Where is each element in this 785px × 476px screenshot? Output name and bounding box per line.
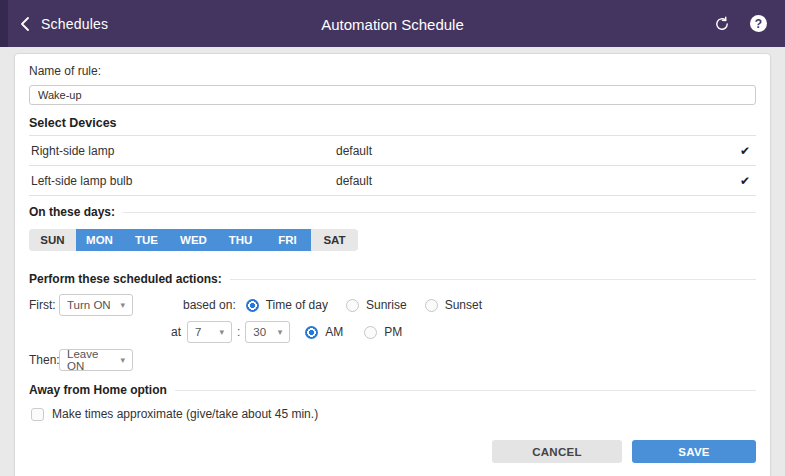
day-selector: SUN MON TUE WED THU FRI SAT	[29, 229, 358, 251]
back-button[interactable]: Schedules	[20, 16, 108, 32]
check-icon: ✔	[740, 144, 750, 158]
device-list: Right-side lamp default ✔ Left-side lamp…	[29, 135, 756, 196]
refresh-icon[interactable]	[714, 16, 730, 32]
radio-label: Sunrise	[366, 298, 407, 312]
device-row-right-side-lamp[interactable]: Right-side lamp default ✔	[29, 135, 756, 165]
page-title: Automation Schedule	[321, 15, 464, 32]
radio-label: PM	[384, 325, 402, 339]
device-group: default	[336, 144, 740, 158]
header-actions: ?	[714, 0, 767, 47]
radio-label: AM	[325, 325, 343, 339]
away-from-home-header: Away from Home option	[29, 383, 756, 397]
schedule-form-card: Name of rule: Select Devices Right-side …	[14, 53, 771, 476]
header-edge-strip	[0, 0, 8, 47]
day-button-thu[interactable]: THU	[217, 229, 264, 251]
radio-am[interactable]: AM	[305, 325, 343, 339]
then-action-select[interactable]: Leave ON ▾	[59, 349, 133, 371]
on-these-days-label: On these days:	[29, 205, 115, 219]
radio-pm[interactable]: PM	[364, 325, 402, 339]
name-of-rule-label: Name of rule:	[29, 64, 756, 78]
save-button[interactable]: SAVE	[632, 440, 756, 463]
time-separator: :	[237, 325, 240, 339]
radio-icon	[246, 299, 259, 312]
day-button-fri[interactable]: FRI	[264, 229, 311, 251]
chevron-down-icon: ▾	[120, 300, 125, 310]
then-action-value: Leave ON	[67, 348, 114, 372]
chevron-down-icon: ▾	[120, 355, 125, 365]
section-divider-line	[175, 390, 756, 391]
day-button-mon[interactable]: MON	[76, 229, 123, 251]
back-label: Schedules	[41, 16, 108, 32]
radio-icon	[425, 299, 438, 312]
rule-name-input[interactable]	[29, 85, 756, 105]
day-button-wed[interactable]: WED	[170, 229, 217, 251]
radio-sunrise[interactable]: Sunrise	[346, 298, 407, 312]
at-label: at	[171, 325, 181, 339]
section-divider-line	[123, 212, 756, 213]
hour-value: 7	[195, 326, 201, 338]
device-list-divider	[29, 195, 756, 196]
first-label: First:	[29, 298, 59, 312]
on-these-days-header: On these days:	[29, 205, 756, 219]
then-action-row: Then: Leave ON ▾	[29, 349, 756, 371]
device-name: Right-side lamp	[31, 144, 336, 158]
help-icon[interactable]: ?	[750, 15, 767, 32]
time-row: at 7 ▾ : 30 ▾ AM PM	[29, 321, 756, 343]
based-on-label: based on:	[183, 298, 236, 312]
minute-select[interactable]: 30 ▾	[245, 321, 290, 343]
then-label: Then:	[29, 353, 59, 367]
chevron-down-icon: ▾	[219, 327, 224, 337]
approximate-times-option[interactable]: Make times approximate (give/take about …	[31, 407, 756, 421]
radio-label: Time of day	[266, 298, 328, 312]
first-action-select[interactable]: Turn ON ▾	[59, 294, 133, 316]
day-button-tue[interactable]: TUE	[123, 229, 170, 251]
radio-time-of-day[interactable]: Time of day	[246, 298, 328, 312]
first-action-value: Turn ON	[67, 299, 111, 311]
day-button-sun[interactable]: SUN	[29, 229, 76, 251]
form-footer: CANCEL SAVE	[29, 440, 756, 463]
device-name: Left-side lamp bulb	[31, 174, 336, 188]
minute-value: 30	[253, 326, 266, 338]
approximate-times-label: Make times approximate (give/take about …	[52, 407, 318, 421]
away-from-home-label: Away from Home option	[29, 383, 167, 397]
scheduled-actions-header: Perform these scheduled actions:	[29, 272, 756, 286]
radio-icon	[305, 326, 318, 339]
back-chevron-icon	[20, 17, 29, 31]
radio-icon	[364, 326, 377, 339]
approximate-times-checkbox[interactable]	[31, 408, 44, 421]
cancel-button[interactable]: CANCEL	[492, 440, 622, 463]
device-row-left-side-lamp-bulb[interactable]: Left-side lamp bulb default ✔	[29, 165, 756, 195]
first-action-row: First: Turn ON ▾ based on: Time of day S…	[29, 294, 756, 316]
day-button-sat[interactable]: SAT	[311, 229, 358, 251]
radio-sunset[interactable]: Sunset	[425, 298, 482, 312]
scheduled-actions-label: Perform these scheduled actions:	[29, 272, 222, 286]
app-header: Schedules Automation Schedule ?	[0, 0, 785, 47]
check-icon: ✔	[740, 174, 750, 188]
radio-icon	[346, 299, 359, 312]
select-devices-heading: Select Devices	[29, 116, 756, 130]
hour-select[interactable]: 7 ▾	[187, 321, 232, 343]
chevron-down-icon: ▾	[278, 327, 283, 337]
device-group: default	[336, 174, 740, 188]
radio-label: Sunset	[445, 298, 482, 312]
section-divider-line	[230, 279, 756, 280]
